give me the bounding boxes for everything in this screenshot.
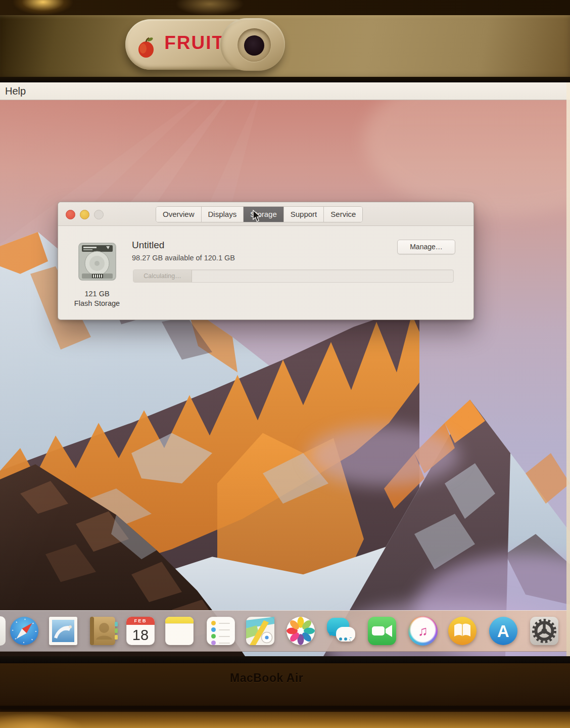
notes-icon xyxy=(165,617,194,645)
fruitz-apple-icon xyxy=(136,36,157,59)
room-background xyxy=(0,0,570,17)
storage-tab-content: 121 GB Flash Storage Untitled 98.27 GB a… xyxy=(58,225,473,320)
reminders-icon xyxy=(207,617,235,645)
messages-icon xyxy=(325,615,357,647)
tab-displays[interactable]: Displays xyxy=(202,207,244,222)
dock-item-itunes[interactable]: ♫ xyxy=(407,615,439,647)
webcam-ring xyxy=(238,28,271,62)
photos-icon xyxy=(285,615,316,647)
manage-button[interactable]: Manage… xyxy=(397,240,455,254)
dock-item-system-preferences[interactable] xyxy=(529,615,560,647)
laptop-hinge xyxy=(0,706,570,709)
app-store-icon: A xyxy=(488,615,519,647)
music-note-glyph: ♫ xyxy=(418,623,428,639)
calendar-icon: FEB 18 xyxy=(126,617,155,645)
webcam-lens xyxy=(244,35,264,56)
about-this-mac-window: Overview Displays Storage Support Servic… xyxy=(58,202,474,320)
window-title-bar[interactable]: Overview Displays Storage Support Servic… xyxy=(58,202,473,226)
desktop-wallpaper xyxy=(0,100,570,656)
hard-drive-icon xyxy=(78,242,117,281)
contacts-icon xyxy=(87,615,118,647)
screen-bottom-edge xyxy=(0,656,570,663)
zoom-button[interactable] xyxy=(94,210,104,219)
disk-size: 121 GB xyxy=(62,289,132,299)
laptop-front-edge xyxy=(0,712,570,728)
tab-service[interactable]: Service xyxy=(324,207,362,222)
dock-item-calendar[interactable]: FEB 18 xyxy=(125,615,156,647)
svg-text:A: A xyxy=(497,622,509,641)
dock: FEB 18 xyxy=(0,610,570,652)
minimize-button[interactable] xyxy=(80,210,89,219)
maps-icon xyxy=(245,615,276,647)
disk-name: Untitled xyxy=(132,240,164,251)
safari-icon xyxy=(9,615,40,647)
webcam-cover-slider xyxy=(220,18,285,71)
dock-item-ibooks[interactable] xyxy=(447,615,478,647)
macbook-air-label: MacBook Air xyxy=(230,671,303,685)
screen-edge-reflection xyxy=(566,82,570,656)
calendar-month: FEB xyxy=(126,617,155,625)
tab-overview[interactable]: Overview xyxy=(156,207,202,222)
itunes-icon: ♫ xyxy=(408,616,438,646)
calculating-segment: Calculating… xyxy=(133,270,192,282)
dock-item-reminders[interactable] xyxy=(205,615,236,647)
menu-bar: Help xyxy=(0,82,570,100)
calendar-day: 18 xyxy=(126,625,155,645)
webcam-cover: FRUITZ xyxy=(125,19,283,70)
disk-available-text: 98.27 GB available of 120.1 GB xyxy=(132,254,235,262)
screen: Help Overview Displays Storage Support S… xyxy=(0,82,570,656)
dock-item-photos[interactable] xyxy=(285,615,316,647)
dock-item-partial-icon[interactable] xyxy=(0,616,6,646)
tab-support[interactable]: Support xyxy=(284,207,324,222)
dock-item-facetime[interactable] xyxy=(366,615,398,647)
mail-icon xyxy=(48,615,79,647)
dock-item-app-store[interactable]: A xyxy=(488,615,519,647)
tab-storage[interactable]: Storage xyxy=(244,207,284,222)
disk-type: Flash Storage xyxy=(62,299,132,308)
dock-item-mail[interactable] xyxy=(48,615,79,647)
storage-usage-bar: Calculating… xyxy=(133,269,454,283)
disk-capacity-label: 121 GB Flash Storage xyxy=(62,289,132,308)
gear-icon xyxy=(529,615,560,647)
mouse-cursor xyxy=(252,210,262,223)
menu-help-item[interactable]: Help xyxy=(2,82,29,100)
ibooks-icon xyxy=(447,615,478,647)
dock-item-contacts[interactable] xyxy=(87,615,118,647)
photo-background: FRUITZ xyxy=(0,0,570,728)
dock-item-safari[interactable] xyxy=(9,615,40,647)
dock-item-messages[interactable] xyxy=(325,615,357,647)
dock-item-maps[interactable] xyxy=(245,615,276,647)
laptop-bezel-top xyxy=(0,15,570,84)
facetime-icon xyxy=(366,615,398,647)
close-button[interactable] xyxy=(66,210,75,219)
dock-item-notes[interactable] xyxy=(164,615,195,647)
laptop-bezel-bottom: MacBook Air xyxy=(0,663,570,728)
